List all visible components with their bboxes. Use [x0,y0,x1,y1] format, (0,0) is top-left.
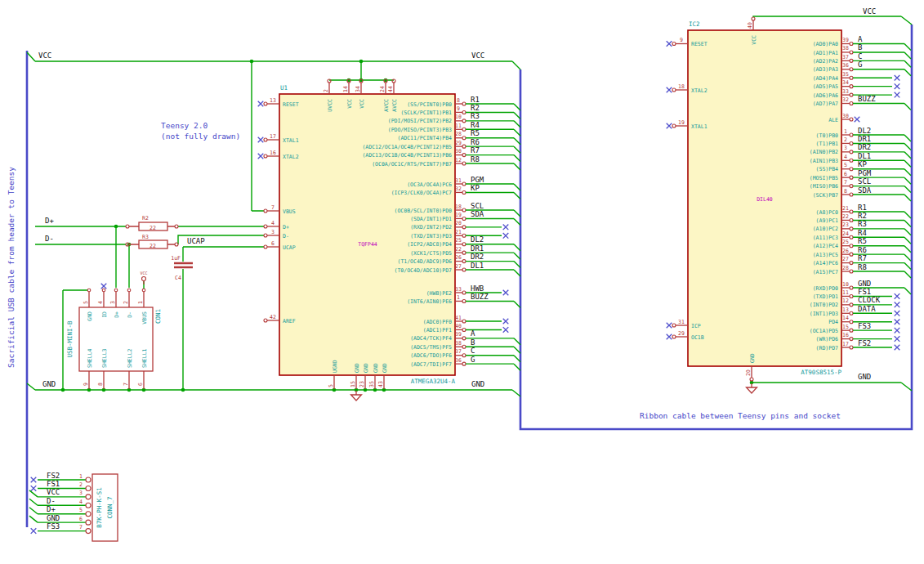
conn7-symbol[interactable]: B7K-PH-K-S1 CONN_7 FS2 1 FS1 2 [29,472,118,542]
svg-text:12: 12 [842,298,849,304]
con1-pin-dminus[interactable]: 2 D- [123,289,133,318]
svg-text:D+: D+ [47,505,56,513]
net-label-dplus[interactable]: D+ [45,217,54,225]
ic2-symbol[interactable]: IC2 AT90S8515-P DIL40 9 RESET 18 XTAL2 1… [667,17,911,381]
capacitor-c4[interactable]: 1uF C4 [171,255,193,281]
svg-text:25: 25 [455,237,462,244]
net-label-ucap[interactable]: UCAP [187,237,205,245]
svg-text:(T0)PB0: (T0)PB0 [816,132,838,139]
net-label-gnd-mid[interactable]: GND [471,380,484,388]
svg-text:(ADC13/OC1B/OC4B/PCINT13)PB6: (ADC13/OC1B/OC4B/PCINT13)PB6 [362,152,452,159]
resistor-r3[interactable]: R3 22 [126,234,178,249]
note-teensy-line1: Teensy 2.0 [161,121,208,130]
svg-text:R4: R4 [471,121,480,129]
svg-text:2: 2 [123,301,129,304]
svg-text:R5: R5 [858,237,867,245]
con1-symbol[interactable]: USB-MINI-B CON1 5 GND 4 ID 3 D+ 2 D- 1 V… [66,271,162,389]
svg-text:(A9)PC1: (A9)PC1 [816,217,838,224]
svg-text:(RD)PD7: (RD)PD7 [816,345,838,351]
svg-text:(AD1)PA1: (AD1)PA1 [813,50,838,56]
svg-text:C: C [858,52,862,60]
svg-text:40: 40 [747,22,753,29]
resistor-r2[interactable]: R2 22 [126,215,178,231]
svg-text:SHELL3: SHELL3 [101,348,108,368]
conn7-pin-row[interactable]: FS3 7 [31,522,91,534]
ground-symbol-u1[interactable] [351,391,362,401]
svg-text:XTAL2: XTAL2 [283,154,299,160]
svg-text:(WR)PD6: (WR)PD6 [816,336,838,342]
svg-text:19: 19 [678,119,685,126]
ground-symbol-ic2[interactable] [747,383,757,393]
svg-text:10: 10 [842,281,849,288]
svg-text:5: 5 [83,301,89,304]
svg-text:(INT1)PD3: (INT1)PD3 [810,311,838,317]
svg-text:BUZZ: BUZZ [858,95,876,103]
svg-text:R3: R3 [471,112,480,120]
svg-text:FS3: FS3 [47,522,60,530]
svg-text:KP: KP [858,160,867,168]
svg-text:D-: D- [47,497,56,505]
svg-text:FS1: FS1 [858,288,871,296]
svg-text:5: 5 [844,162,847,168]
svg-text:AVCC: AVCC [391,99,398,112]
svg-text:17: 17 [270,133,276,140]
svg-text:22: 22 [455,246,462,253]
svg-text:GND: GND [382,363,388,373]
svg-text:DR1: DR1 [858,135,871,143]
u1-symbol[interactable]: U1 ATMEGA32U4-A TQFP44 13 RESET 17 XTAL1… [258,79,520,389]
svg-text:(XCK1/CTS)PD5: (XCK1/CTS)PD5 [410,250,452,257]
svg-text:GND: GND [363,363,369,373]
svg-text:7: 7 [844,179,847,186]
svg-text:(INT6/AIN0)PE6: (INT6/AIN0)PE6 [407,298,452,305]
svg-text:20: 20 [455,220,462,226]
svg-text:R1: R1 [471,96,480,104]
svg-text:28: 28 [842,265,849,271]
svg-text:(ADC12/OC1A/OC4B/PCINT12)PB5: (ADC12/OC1A/OC4B/PCINT12)PB5 [362,144,452,150]
svg-text:(ADC7/TDI)PF7: (ADC7/TDI)PF7 [410,361,452,368]
net-label-gnd-left[interactable]: GND [42,380,56,388]
svg-text:ICP: ICP [691,323,701,329]
con1-pin-dplus[interactable]: 3 D+ [109,289,120,318]
con1-pin-shell3[interactable]: 8 SHELL3 [97,348,108,389]
svg-text:BUZZ: BUZZ [471,293,489,301]
con1-pin-shell2[interactable]: 7 SHELL2 [123,348,133,389]
svg-text:DL1: DL1 [471,262,484,270]
con1-pin-id[interactable]: 4 ID [97,284,108,318]
svg-text:(TXD/INT3)PD3: (TXD/INT3)PD3 [410,233,452,239]
note-sacrificial: Sacrificial USB cable from header to Tee… [7,167,16,368]
svg-text:G: G [858,60,862,69]
net-label-vcc-mid[interactable]: VCC [471,51,484,60]
net-label-vcc-left[interactable]: VCC [38,51,51,60]
svg-text:15: 15 [842,324,849,330]
svg-text:R3: R3 [858,220,867,228]
net-label-vcc-right[interactable]: VCC [863,7,876,16]
net-label-gnd-right[interactable]: GND [858,373,871,381]
con1-pin-vbus[interactable]: 1 VBUS [137,289,148,324]
vcc-power-flag[interactable]: VCC [140,271,147,284]
svg-text:DR1: DR1 [471,244,484,253]
svg-text:HWB: HWB [471,284,484,293]
schematic-canvas[interactable]: VCC VCC GND GND D+ D- UCAP VCC GND Sacri… [0,0,924,564]
svg-text:2: 2 [844,137,847,143]
net-label-dminus[interactable]: D- [45,235,54,243]
con1-pin-gnd[interactable]: 5 GND [83,289,93,321]
svg-text:11: 11 [842,289,849,296]
svg-text:33: 33 [455,286,462,293]
svg-text:36: 36 [842,62,849,69]
svg-text:7: 7 [271,204,275,211]
svg-text:38: 38 [842,45,849,51]
con1-pin-shell1[interactable]: 6 SHELL1 [137,348,148,389]
svg-text:8: 8 [844,188,847,195]
svg-text:26: 26 [842,248,849,254]
con1-pin-shell4[interactable]: 9 SHELL4 [83,348,93,389]
svg-text:VBUS: VBUS [141,311,148,325]
u1-package: TQFP44 [358,241,377,248]
svg-text:8: 8 [97,383,104,386]
svg-text:VCC: VCC [140,271,147,275]
svg-text:14: 14 [842,315,849,321]
svg-text:2: 2 [323,89,329,92]
svg-text:1: 1 [137,301,144,304]
svg-text:(HWB)PE2: (HWB)PE2 [426,290,452,297]
svg-text:VCC: VCC [346,99,353,109]
svg-text:R6: R6 [858,246,867,254]
